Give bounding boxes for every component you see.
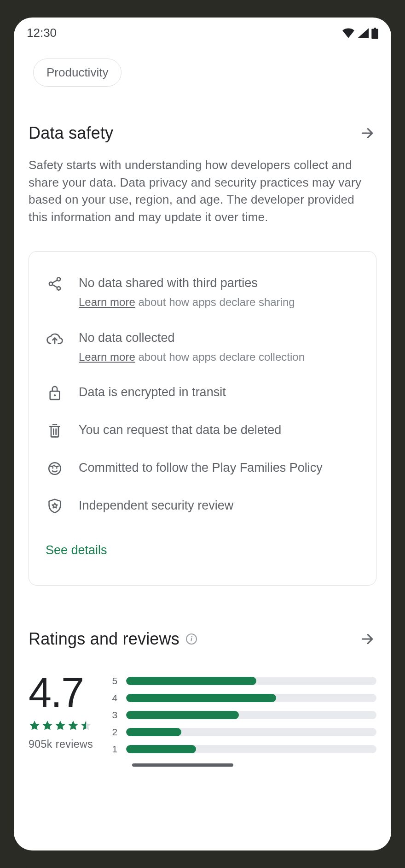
rating-bar-row: 1 [111,744,376,755]
trash-icon [46,422,64,440]
clock: 12:30 [27,26,57,40]
data-safety-section: Data safety Safety starts with understan… [29,123,376,586]
data-safety-item-text: No data collected [79,329,305,346]
rating-distribution: 5 4 3 2 [111,672,376,767]
info-icon[interactable]: i [186,633,197,645]
data-safety-item-sub: Learn more about how apps declare collec… [79,350,305,364]
rating-bar-row: 2 [111,727,376,738]
data-safety-item-text: Committed to follow the Play Families Po… [79,459,323,476]
battery-icon [371,28,378,39]
rating-stars [29,720,92,732]
data-safety-item: Data is encrypted in transit [46,384,359,402]
rating-bar-row: 5 [111,675,376,686]
star-icon [41,720,53,732]
data-safety-item: You can request that data be deleted [46,422,359,440]
star-icon [54,720,66,732]
svg-point-0 [57,277,60,281]
data-safety-item: No data collected Learn more about how a… [46,329,359,365]
data-safety-item-text: No data shared with third parties [79,275,295,291]
face-icon [46,459,64,478]
svg-point-4 [54,394,56,396]
rating-bar-row: 4 [111,692,376,704]
rating-bar-fill [126,694,276,702]
svg-point-6 [52,467,53,469]
star-icon [67,720,79,732]
rating-bar-fill [126,745,196,753]
data-safety-item-sub: Learn more about how apps declare sharin… [79,295,295,310]
cloud-upload-icon [46,329,64,348]
data-safety-item: Independent security review [46,497,359,516]
data-safety-description: Safety starts with understanding how dev… [29,157,376,226]
status-bar: 12:30 [14,18,391,45]
ratings-section: Ratings and reviews i 4.7 [29,629,376,767]
category-chip-productivity[interactable]: Productivity [33,59,122,87]
learn-more-link[interactable]: Learn more [79,351,135,363]
shield-star-icon [46,497,64,516]
rating-bar-fill [126,711,239,719]
star-half-icon [80,720,92,732]
ratings-arrow-button[interactable] [358,630,376,648]
learn-more-link[interactable]: Learn more [79,296,135,308]
data-safety-arrow-button[interactable] [358,124,376,142]
svg-point-2 [57,287,60,290]
data-safety-item: No data shared with third parties Learn … [46,275,359,310]
status-icons [342,28,378,39]
share-icon [46,275,64,293]
star-icon [29,720,40,732]
data-safety-title: Data safety [29,123,113,143]
data-safety-card: No data shared with third parties Learn … [29,251,376,586]
review-count: 905k reviews [29,738,93,751]
ratings-title: Ratings and reviews i [29,629,197,649]
svg-point-7 [56,467,58,469]
data-safety-item: Committed to follow the Play Families Po… [46,459,359,478]
data-safety-item-text: Independent security review [79,497,233,514]
rating-bar-row: 3 [111,710,376,721]
wifi-icon [342,28,355,38]
cellular-icon [358,28,369,38]
svg-point-1 [49,282,52,285]
scroll-indicator [132,763,233,767]
arrow-right-icon [360,126,375,141]
rating-bar-fill [126,728,181,736]
see-details-button[interactable]: See details [46,543,359,557]
lock-icon [46,384,64,402]
arrow-right-icon [360,632,375,646]
data-safety-item-text: You can request that data be deleted [79,422,281,438]
rating-bar-fill [126,677,256,685]
rating-score: 4.7 [29,672,83,713]
data-safety-item-text: Data is encrypted in transit [79,384,226,400]
svg-point-5 [49,463,61,475]
